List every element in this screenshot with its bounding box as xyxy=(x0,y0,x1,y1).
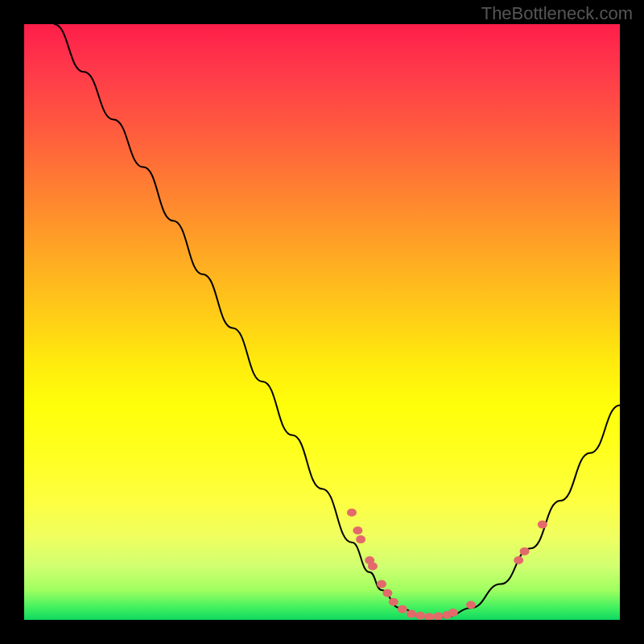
data-point xyxy=(377,580,386,588)
data-point xyxy=(389,598,398,606)
bottleneck-curve xyxy=(54,24,620,617)
data-point xyxy=(407,610,416,618)
data-point xyxy=(448,609,458,617)
chart-area xyxy=(24,24,620,620)
data-point xyxy=(353,526,362,535)
data-point xyxy=(424,613,434,620)
data-point xyxy=(433,613,443,620)
watermark-text: TheBottleneck.com xyxy=(481,3,633,24)
data-point xyxy=(398,605,407,613)
chart-svg xyxy=(24,24,620,620)
data-point xyxy=(514,556,523,564)
data-point xyxy=(368,562,378,570)
data-point xyxy=(520,547,530,555)
data-point xyxy=(538,521,547,529)
data-point xyxy=(356,535,365,543)
data-point xyxy=(347,509,357,517)
data-point xyxy=(382,589,392,597)
data-point xyxy=(415,612,425,620)
data-point xyxy=(466,601,476,609)
